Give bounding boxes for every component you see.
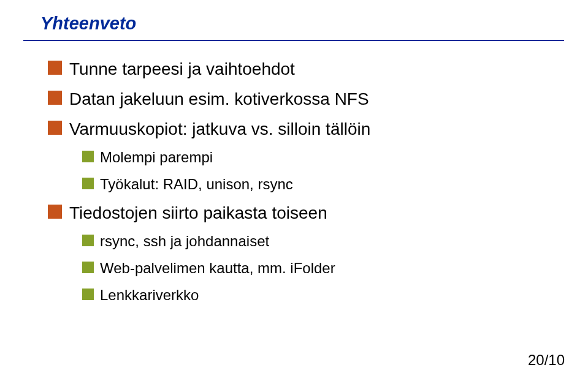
sub-bullet-item: Lenkkariverkko: [82, 286, 565, 304]
slide: Yhteenveto Tunne tarpeesi ja vaihtoehdot…: [0, 0, 588, 381]
bullet-text: Tiedostojen siirto paikasta toiseen: [69, 202, 327, 224]
sub-bullet-item: Työkalut: RAID, unison, rsync: [82, 175, 565, 194]
title-divider: [23, 40, 564, 41]
bullet-text: rsync, ssh ja johdannaiset: [100, 232, 269, 251]
sub-bullet-item: rsync, ssh ja johdannaiset: [82, 232, 565, 251]
slide-content: Tunne tarpeesi ja vaihtoehdot Datan jake…: [48, 58, 565, 304]
bullet-text: Työkalut: RAID, unison, rsync: [100, 175, 293, 194]
page-number: 20/10: [528, 352, 565, 369]
square-bullet-icon: [82, 178, 94, 189]
square-bullet-icon: [48, 205, 62, 219]
sub-bullet-item: Molempi parempi: [82, 148, 565, 167]
sub-bullet-item: Web-palvelimen kautta, mm. iFolder: [82, 259, 565, 277]
square-bullet-icon: [82, 235, 94, 246]
bullet-text: Lenkkariverkko: [100, 286, 199, 304]
slide-title: Yhteenveto: [40, 13, 565, 34]
bullet-text: Varmuuskopiot: jatkuva vs. silloin tällö…: [69, 118, 370, 140]
bullet-item: Varmuuskopiot: jatkuva vs. silloin tällö…: [48, 118, 565, 140]
square-bullet-icon: [82, 289, 94, 300]
bullet-text: Molempi parempi: [100, 148, 213, 167]
square-bullet-icon: [82, 262, 94, 273]
bullet-text: Web-palvelimen kautta, mm. iFolder: [100, 259, 335, 277]
square-bullet-icon: [48, 121, 62, 135]
bullet-item: Datan jakeluun esim. kotiverkossa NFS: [48, 88, 565, 110]
bullet-item: Tiedostojen siirto paikasta toiseen: [48, 202, 565, 224]
bullet-text: Datan jakeluun esim. kotiverkossa NFS: [69, 88, 369, 110]
square-bullet-icon: [82, 151, 94, 162]
bullet-item: Tunne tarpeesi ja vaihtoehdot: [48, 58, 565, 80]
bullet-text: Tunne tarpeesi ja vaihtoehdot: [69, 58, 295, 80]
square-bullet-icon: [48, 91, 62, 105]
square-bullet-icon: [48, 61, 62, 75]
